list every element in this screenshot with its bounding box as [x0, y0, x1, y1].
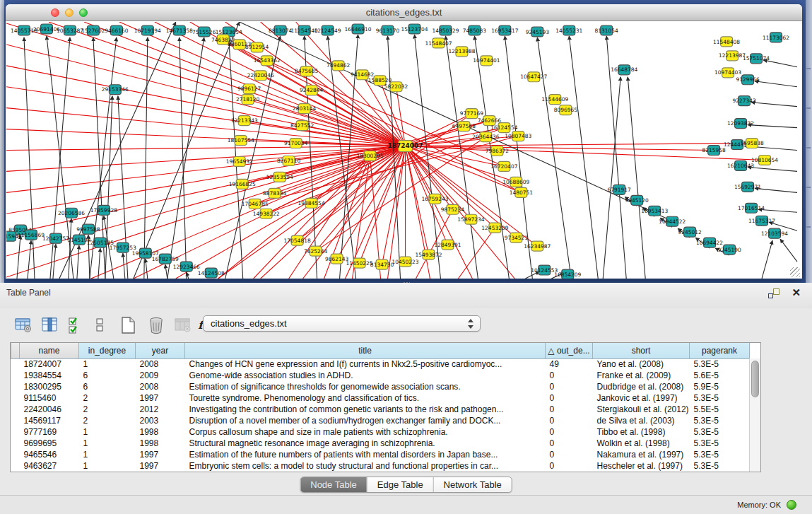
graph-node[interactable]: 9466160	[105, 25, 129, 35]
graph-node[interactable]: 10974401	[473, 56, 500, 66]
table-cell[interactable]: 9699695	[20, 438, 79, 449]
table-cell[interactable]: 2	[79, 415, 136, 426]
graph-node[interactable]: 12093832	[727, 119, 754, 129]
graph-edge[interactable]	[28, 240, 31, 279]
column-header-in_degree[interactable]: in_degree	[79, 343, 136, 358]
graph-edge[interactable]	[751, 103, 797, 107]
graph-node[interactable]: 17046785	[242, 199, 269, 209]
table-cell[interactable]: 0	[546, 449, 593, 460]
graph-edge[interactable]	[24, 37, 35, 279]
graph-node[interactable]: 9245190	[717, 245, 741, 255]
graph-node[interactable]: 18107554	[228, 136, 254, 146]
table-cell[interactable]: Jankovic et al. (1997)	[593, 392, 690, 404]
table-cell[interactable]: Nakamura et al. (1997)	[593, 449, 690, 460]
graph-node[interactable]: 11450225	[346, 258, 373, 268]
table-cell[interactable]: 0	[546, 404, 593, 415]
graph-edge[interactable]	[6, 129, 405, 146]
graph-node[interactable]: 11548408	[713, 37, 740, 47]
graph-node[interactable]: 12213988	[448, 47, 475, 57]
graph-edge[interactable]	[105, 96, 112, 279]
table-cell[interactable]: 5.3E-5	[690, 438, 750, 449]
table-cell[interactable]: Dudbridge et al. (2008)	[593, 381, 690, 392]
table-row[interactable]: 1872400712008Changes of HCN gene express…	[11, 358, 750, 370]
graph-node[interactable]: 7485083	[463, 25, 487, 35]
table-cell[interactable]: 2	[79, 392, 136, 404]
graph-node[interactable]: 7494862	[326, 61, 350, 71]
table-cell[interactable]: 1	[79, 449, 136, 460]
graph-node[interactable]: 15493872	[415, 250, 442, 259]
graph-edge[interactable]	[69, 218, 71, 279]
graph-node[interactable]: 12353594	[266, 172, 293, 182]
table-cell[interactable]: Changes of HCN gene expression and I(f) …	[185, 358, 546, 370]
table-selector-dropdown[interactable]: citations_edges.txt	[203, 315, 481, 332]
table-cell[interactable]: Estimation of significance thresholds fo…	[185, 381, 546, 392]
graph-node[interactable]: 17054818	[284, 235, 311, 245]
graph-edge[interactable]	[165, 264, 167, 279]
graph-node[interactable]: 20364436	[472, 132, 499, 142]
table-cell[interactable]: Tibbo et al. (1998)	[593, 426, 690, 438]
table-row[interactable]: 969969511998Structural magnetic resonanc…	[11, 438, 750, 449]
table-cell[interactable]: 6	[79, 381, 136, 392]
table-cell[interactable]: 1997	[136, 392, 185, 404]
table-cell[interactable]: 0	[546, 438, 593, 449]
graph-node[interactable]: 11544609	[541, 95, 568, 105]
graph-node[interactable]: 16646910	[345, 24, 372, 34]
row-options-button[interactable]	[89, 315, 110, 336]
graph-node[interactable]: 12453209	[481, 223, 508, 233]
graph-node[interactable]: 11548407	[425, 38, 452, 48]
graph-edge[interactable]	[298, 146, 406, 241]
graph-node[interactable]: 8912954	[245, 42, 269, 52]
graph-edge[interactable]	[6, 108, 405, 146]
column-header-out_de[interactable]: △ out_de...	[546, 343, 593, 358]
table-cell[interactable]: Stergiakouli et al. (2012)	[593, 404, 690, 415]
window-resize-grip[interactable]	[790, 267, 800, 277]
table-cell[interactable]: 2009	[136, 370, 185, 381]
table-cell[interactable]: 18300295	[20, 381, 79, 392]
network-canvas[interactable]: 1405571820691406106532871527602946616010…	[6, 22, 801, 279]
graph-node[interactable]: 2718120	[236, 95, 260, 105]
table-row[interactable]: 946554611997Estimation of the future num…	[11, 449, 750, 460]
table-cell[interactable]: 9115460	[20, 392, 79, 404]
table-cell[interactable]: 1998	[136, 426, 185, 438]
graph-edge[interactable]	[146, 259, 148, 279]
graph-node[interactable]: 10807483	[505, 132, 531, 141]
table-cell[interactable]: 2008	[136, 381, 185, 392]
table-cell[interactable]: 5.3E-5	[690, 392, 750, 404]
table-cell[interactable]: 2008	[136, 358, 185, 370]
table-cell[interactable]: 5.3E-5	[690, 449, 750, 460]
graph-edge[interactable]	[123, 253, 125, 279]
table-cell[interactable]: 5.3E-5	[690, 426, 750, 438]
graph-node[interactable]: 8131054	[595, 25, 619, 35]
table-cell[interactable]: Disruption of a novel member of a sodium…	[185, 415, 546, 426]
select-visible-columns-button[interactable]	[65, 315, 86, 336]
table-cell[interactable]: 5.3E-5	[690, 415, 750, 426]
table-cell[interactable]: 49	[546, 358, 593, 370]
table-cell[interactable]: Corpus callosum shape and size in male p…	[185, 426, 546, 438]
table-cell[interactable]: 2	[79, 404, 136, 415]
graph-node[interactable]: 11173062	[763, 33, 789, 42]
table-cell[interactable]: 5.3E-5	[690, 358, 750, 370]
graph-node[interactable]: 14055231	[555, 25, 582, 35]
table-cell[interactable]: Investigating the contribution of common…	[185, 404, 546, 415]
table-cell[interactable]: 1	[79, 460, 136, 472]
graph-node[interactable]: 8427552	[290, 121, 314, 131]
delete-table-button[interactable]	[146, 315, 167, 336]
scrollbar-thumb[interactable]	[751, 361, 759, 397]
graph-node[interactable]: 14938222	[253, 209, 280, 218]
graph-edge[interactable]	[569, 36, 598, 279]
table-cell[interactable]: 5.9E-5	[690, 381, 750, 392]
table-cell[interactable]: Hescheler et al. (1997)	[593, 460, 690, 472]
table-cell[interactable]: 0	[546, 392, 593, 404]
graph-node[interactable]: 7986372	[486, 146, 509, 156]
graph-node[interactable]: 9245012	[678, 227, 701, 237]
graph-node[interactable]: 29153346	[102, 85, 129, 95]
table-cell[interactable]: 0	[546, 370, 593, 381]
graph-node[interactable]: 9734521	[505, 233, 529, 243]
graph-node[interactable]: 12103594	[761, 228, 788, 238]
graph-node[interactable]: 8134730	[370, 259, 394, 269]
graph-node[interactable]: 20206586	[58, 208, 85, 218]
graph-edge[interactable]	[748, 125, 797, 128]
graph-node[interactable]: 16953413	[641, 206, 668, 216]
column-header-name[interactable]: name	[20, 343, 79, 358]
table-row[interactable]: 1456911722003Disruption of a novel membe…	[11, 415, 750, 426]
